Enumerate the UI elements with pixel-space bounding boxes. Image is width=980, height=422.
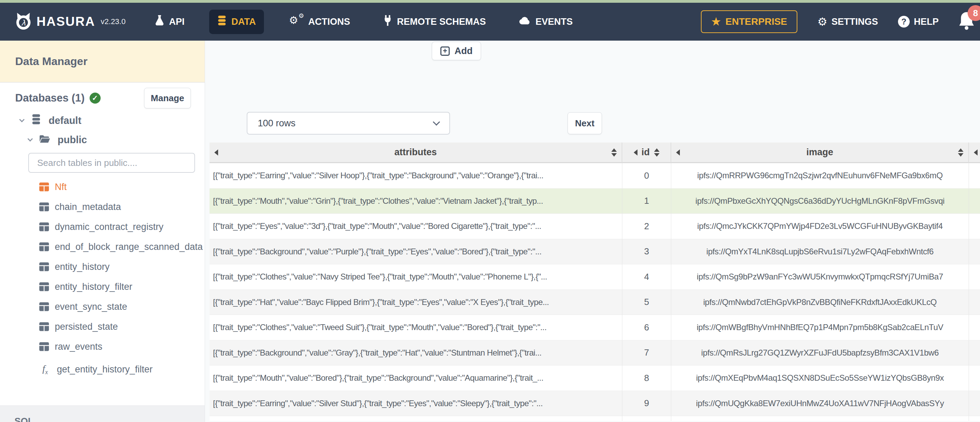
- cell-id[interactable]: 6: [622, 315, 671, 340]
- cell-id: [622, 416, 671, 421]
- database-icon: [31, 114, 41, 127]
- brand-name: HASURA: [37, 14, 95, 29]
- cell-id[interactable]: 9: [622, 391, 671, 417]
- table-icon: [39, 222, 49, 231]
- cell-image[interactable]: ipfs://QmcJYkCKK7QPmYWjp4FD2e3Lv5WCGFuHN…: [671, 214, 969, 239]
- cell-id[interactable]: 4: [622, 264, 671, 290]
- cell-attributes[interactable]: [{"trait_type":"Eyes","value":"3d"},{"tr…: [210, 214, 622, 239]
- cell-image: [671, 416, 969, 421]
- cell-id[interactable]: 1: [622, 189, 671, 214]
- settings-label: SETTINGS: [832, 16, 878, 27]
- enterprise-button[interactable]: ★ ENTERPRISE: [701, 10, 797, 33]
- sidebar-item-table[interactable]: persisted_state: [39, 317, 205, 336]
- collapse-column-icon[interactable]: [676, 149, 680, 155]
- cell-attributes[interactable]: [{"trait_type":"Background","value":"Gra…: [210, 340, 622, 366]
- cell-image[interactable]: ipfs://QmXEqPbvM4aq1SQSXN8DSuEcSo5SseYW1…: [671, 366, 969, 391]
- question-icon: ?: [898, 16, 910, 27]
- column-header-next-partial[interactable]: [969, 143, 980, 163]
- page-size-select[interactable]: 100 rows: [247, 112, 450, 135]
- column-header-image[interactable]: image: [671, 143, 969, 163]
- sort-icon[interactable]: [958, 148, 964, 157]
- plug-icon: [383, 15, 392, 29]
- nav-item-events[interactable]: EVENTS: [511, 11, 581, 33]
- nav-item-api[interactable]: API: [147, 9, 192, 35]
- sidebar-item-table[interactable]: end_of_block_range_scanned_data: [39, 237, 205, 257]
- sidebar-item-table[interactable]: event_sync_state: [39, 297, 205, 317]
- cell-extra: [969, 416, 980, 421]
- table-name: event_sync_state: [55, 301, 127, 312]
- nav-item-remote-schemas[interactable]: REMOTE SCHEMAS: [375, 9, 494, 35]
- cell-id[interactable]: 7: [622, 340, 671, 366]
- next-page-button[interactable]: Next: [568, 112, 602, 134]
- sidebar: Data Manager Databases (1) ✓ Manage defa…: [0, 41, 205, 422]
- help-button[interactable]: ? HELP: [898, 16, 939, 27]
- cell-attributes[interactable]: [{"trait_type":"Clothes","value":"Navy S…: [210, 264, 622, 290]
- column-header-attributes[interactable]: attributes: [210, 143, 622, 163]
- databases-label: Databases (1): [15, 92, 85, 104]
- cell-extra: [969, 264, 980, 290]
- gear-icon: ⚙: [817, 16, 827, 27]
- collapse-column-icon[interactable]: [974, 149, 978, 155]
- tree-node-schema[interactable]: public: [28, 132, 205, 148]
- cell-attributes[interactable]: [{"trait_type":"Earring","value":"Silver…: [210, 163, 622, 189]
- flask-icon: [155, 15, 164, 29]
- notifications-button[interactable]: 8: [959, 12, 976, 31]
- cell-id[interactable]: 5: [622, 290, 671, 315]
- cell-id[interactable]: 3: [622, 239, 671, 265]
- cell-image[interactable]: ipfs://QmUQgKka8EW7exiUHnMwZ4UoXA11wV7NF…: [671, 391, 969, 417]
- sidebar-item-function[interactable]: fx get_entity_history_filter: [39, 359, 205, 379]
- collapse-column-icon[interactable]: [214, 149, 218, 155]
- star-icon: ★: [711, 16, 721, 27]
- cell-id[interactable]: 2: [622, 214, 671, 239]
- nav-item-label: DATA: [231, 16, 256, 27]
- settings-button[interactable]: ⚙ SETTINGS: [817, 16, 878, 27]
- tree-node-database[interactable]: default: [20, 113, 205, 128]
- sql-section-label[interactable]: SQL: [14, 416, 205, 422]
- cell-id[interactable]: 0: [622, 163, 671, 189]
- sidebar-bottom-section[interactable]: SQL: [0, 406, 205, 422]
- add-row-button[interactable]: + Add: [432, 42, 481, 60]
- schema-name: public: [57, 134, 87, 146]
- cell-image[interactable]: ipfs://QmPbxeGcXhYQQNgsC6a36dDyYUcHgMLnG…: [671, 189, 969, 214]
- cell-attributes: [210, 416, 622, 421]
- brand[interactable]: λ HASURA v2.23.0: [14, 12, 126, 31]
- cell-image[interactable]: ipfs://QmWBgfBhyVmHNhBfEQ7p1P4Mpn7pm5b8K…: [671, 315, 969, 340]
- cell-image[interactable]: ipfs://QmNwbd7ctEhGpVkP8nZvBBQfiNeFKRdxf…: [671, 290, 969, 315]
- sidebar-item-table[interactable]: raw_events: [39, 336, 205, 357]
- nav-item-data[interactable]: DATA: [209, 10, 264, 34]
- table-icon: [39, 242, 49, 251]
- cell-extra: [969, 163, 980, 189]
- nav-item-actions[interactable]: ⚙⚙ ACTIONS: [280, 10, 358, 33]
- table-icon: [39, 302, 49, 311]
- cell-attributes[interactable]: [{"trait_type":"Mouth","value":"Grin"},{…: [210, 189, 622, 214]
- cell-image[interactable]: ipfs://QmRsJLrg27GQ1ZWyrXZFuJFdU5bapfzsy…: [671, 340, 969, 366]
- sort-icon[interactable]: [654, 148, 660, 157]
- cell-id[interactable]: 8: [622, 366, 671, 391]
- cell-image[interactable]: ipfs://QmYxT4LnK8sqLupjbS6eRvu1si7Ly2wFQ…: [671, 239, 969, 265]
- cell-image[interactable]: ipfs://QmSg9bPzW9anFYc3wWU5KnvymwkxQTpmq…: [671, 264, 969, 290]
- sidebar-item-table[interactable]: chain_metadata: [39, 197, 205, 217]
- manage-button[interactable]: Manage: [144, 88, 191, 108]
- sidebar-item-table-nft[interactable]: Nft: [39, 177, 205, 197]
- sidebar-item-table[interactable]: entity_history_filter: [39, 277, 205, 297]
- help-label: HELP: [914, 16, 939, 27]
- enterprise-label: ENTERPRISE: [725, 16, 787, 27]
- search-tables-input[interactable]: [28, 153, 195, 173]
- tables-list: Nft chain_metadata dynamic_contract_regi…: [0, 177, 205, 379]
- sort-icon[interactable]: [611, 148, 617, 157]
- table-icon: [39, 182, 49, 191]
- database-name: default: [49, 115, 81, 126]
- cell-attributes[interactable]: [{"trait_type":"Hat","value":"Bayc Flipp…: [210, 290, 622, 315]
- cell-attributes[interactable]: [{"trait_type":"Earring","value":"Silver…: [210, 391, 622, 417]
- collapse-column-icon[interactable]: [634, 149, 638, 155]
- cell-image[interactable]: ipfs://QmRRPWG96cmgTn2qSzjwr2qvfNEuhunv6…: [671, 163, 969, 189]
- cell-attributes[interactable]: [{"trait_type":"Mouth","value":"Bored"},…: [210, 366, 622, 391]
- sidebar-item-table[interactable]: dynamic_contract_registry: [39, 217, 205, 237]
- column-header-id[interactable]: id: [622, 143, 671, 163]
- chevron-down-icon[interactable]: [19, 117, 25, 122]
- cell-attributes[interactable]: [{"trait_type":"Background","value":"Pur…: [210, 239, 622, 265]
- cell-attributes[interactable]: [{"trait_type":"Clothes","value":"Tweed …: [210, 315, 622, 340]
- navbar-right: ★ ENTERPRISE ⚙ SETTINGS ? HELP 8: [701, 10, 976, 33]
- sidebar-item-table[interactable]: entity_history: [39, 257, 205, 277]
- chevron-down-icon[interactable]: [27, 136, 33, 141]
